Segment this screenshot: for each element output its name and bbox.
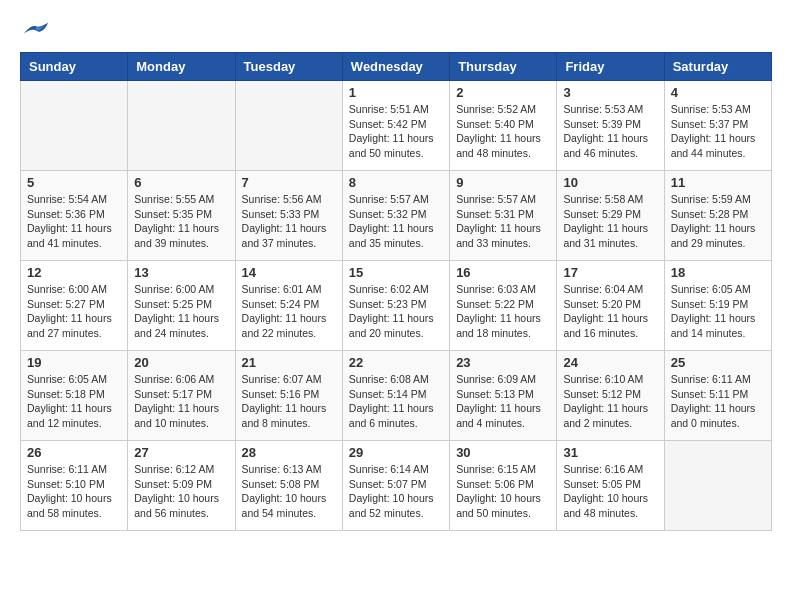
- calendar-cell: 5Sunrise: 5:54 AM Sunset: 5:36 PM Daylig…: [21, 171, 128, 261]
- day-number: 28: [242, 445, 336, 460]
- day-number: 19: [27, 355, 121, 370]
- day-number: 30: [456, 445, 550, 460]
- calendar-cell: 18Sunrise: 6:05 AM Sunset: 5:19 PM Dayli…: [664, 261, 771, 351]
- calendar-body: 1Sunrise: 5:51 AM Sunset: 5:42 PM Daylig…: [21, 81, 772, 531]
- day-info: Sunrise: 5:59 AM Sunset: 5:28 PM Dayligh…: [671, 192, 765, 251]
- day-info: Sunrise: 5:57 AM Sunset: 5:31 PM Dayligh…: [456, 192, 550, 251]
- calendar-cell: 29Sunrise: 6:14 AM Sunset: 5:07 PM Dayli…: [342, 441, 449, 531]
- day-number: 9: [456, 175, 550, 190]
- calendar-week-1: 1Sunrise: 5:51 AM Sunset: 5:42 PM Daylig…: [21, 81, 772, 171]
- day-info: Sunrise: 6:03 AM Sunset: 5:22 PM Dayligh…: [456, 282, 550, 341]
- day-info: Sunrise: 5:55 AM Sunset: 5:35 PM Dayligh…: [134, 192, 228, 251]
- calendar-cell: 31Sunrise: 6:16 AM Sunset: 5:05 PM Dayli…: [557, 441, 664, 531]
- weekday-saturday: Saturday: [664, 53, 771, 81]
- calendar-cell: 8Sunrise: 5:57 AM Sunset: 5:32 PM Daylig…: [342, 171, 449, 261]
- calendar-cell: [235, 81, 342, 171]
- day-number: 25: [671, 355, 765, 370]
- calendar-cell: 10Sunrise: 5:58 AM Sunset: 5:29 PM Dayli…: [557, 171, 664, 261]
- calendar-cell: 1Sunrise: 5:51 AM Sunset: 5:42 PM Daylig…: [342, 81, 449, 171]
- day-number: 29: [349, 445, 443, 460]
- calendar-cell: [128, 81, 235, 171]
- day-info: Sunrise: 6:11 AM Sunset: 5:11 PM Dayligh…: [671, 372, 765, 431]
- day-info: Sunrise: 6:11 AM Sunset: 5:10 PM Dayligh…: [27, 462, 121, 521]
- day-info: Sunrise: 6:14 AM Sunset: 5:07 PM Dayligh…: [349, 462, 443, 521]
- day-number: 5: [27, 175, 121, 190]
- calendar-cell: 19Sunrise: 6:05 AM Sunset: 5:18 PM Dayli…: [21, 351, 128, 441]
- day-info: Sunrise: 5:54 AM Sunset: 5:36 PM Dayligh…: [27, 192, 121, 251]
- calendar-week-2: 5Sunrise: 5:54 AM Sunset: 5:36 PM Daylig…: [21, 171, 772, 261]
- day-number: 15: [349, 265, 443, 280]
- calendar-week-4: 19Sunrise: 6:05 AM Sunset: 5:18 PM Dayli…: [21, 351, 772, 441]
- calendar-cell: 20Sunrise: 6:06 AM Sunset: 5:17 PM Dayli…: [128, 351, 235, 441]
- day-number: 18: [671, 265, 765, 280]
- day-number: 17: [563, 265, 657, 280]
- calendar-cell: 3Sunrise: 5:53 AM Sunset: 5:39 PM Daylig…: [557, 81, 664, 171]
- day-number: 31: [563, 445, 657, 460]
- day-info: Sunrise: 6:09 AM Sunset: 5:13 PM Dayligh…: [456, 372, 550, 431]
- page-header: [20, 20, 772, 42]
- day-info: Sunrise: 6:05 AM Sunset: 5:18 PM Dayligh…: [27, 372, 121, 431]
- day-number: 12: [27, 265, 121, 280]
- day-info: Sunrise: 6:04 AM Sunset: 5:20 PM Dayligh…: [563, 282, 657, 341]
- day-info: Sunrise: 5:56 AM Sunset: 5:33 PM Dayligh…: [242, 192, 336, 251]
- day-info: Sunrise: 6:07 AM Sunset: 5:16 PM Dayligh…: [242, 372, 336, 431]
- weekday-monday: Monday: [128, 53, 235, 81]
- calendar-cell: 26Sunrise: 6:11 AM Sunset: 5:10 PM Dayli…: [21, 441, 128, 531]
- day-info: Sunrise: 6:08 AM Sunset: 5:14 PM Dayligh…: [349, 372, 443, 431]
- day-number: 21: [242, 355, 336, 370]
- logo-bird-icon: [22, 20, 50, 42]
- day-number: 1: [349, 85, 443, 100]
- weekday-thursday: Thursday: [450, 53, 557, 81]
- day-number: 24: [563, 355, 657, 370]
- day-info: Sunrise: 5:53 AM Sunset: 5:39 PM Dayligh…: [563, 102, 657, 161]
- calendar-cell: [664, 441, 771, 531]
- calendar-cell: 30Sunrise: 6:15 AM Sunset: 5:06 PM Dayli…: [450, 441, 557, 531]
- calendar-cell: 2Sunrise: 5:52 AM Sunset: 5:40 PM Daylig…: [450, 81, 557, 171]
- calendar-cell: 12Sunrise: 6:00 AM Sunset: 5:27 PM Dayli…: [21, 261, 128, 351]
- weekday-tuesday: Tuesday: [235, 53, 342, 81]
- weekday-sunday: Sunday: [21, 53, 128, 81]
- calendar-cell: 9Sunrise: 5:57 AM Sunset: 5:31 PM Daylig…: [450, 171, 557, 261]
- calendar-cell: 25Sunrise: 6:11 AM Sunset: 5:11 PM Dayli…: [664, 351, 771, 441]
- day-info: Sunrise: 6:13 AM Sunset: 5:08 PM Dayligh…: [242, 462, 336, 521]
- day-number: 22: [349, 355, 443, 370]
- calendar-cell: 28Sunrise: 6:13 AM Sunset: 5:08 PM Dayli…: [235, 441, 342, 531]
- day-number: 20: [134, 355, 228, 370]
- calendar-cell: 6Sunrise: 5:55 AM Sunset: 5:35 PM Daylig…: [128, 171, 235, 261]
- calendar-cell: 7Sunrise: 5:56 AM Sunset: 5:33 PM Daylig…: [235, 171, 342, 261]
- day-info: Sunrise: 6:00 AM Sunset: 5:27 PM Dayligh…: [27, 282, 121, 341]
- day-number: 4: [671, 85, 765, 100]
- calendar-cell: [21, 81, 128, 171]
- weekday-friday: Friday: [557, 53, 664, 81]
- calendar-week-5: 26Sunrise: 6:11 AM Sunset: 5:10 PM Dayli…: [21, 441, 772, 531]
- weekday-wednesday: Wednesday: [342, 53, 449, 81]
- day-info: Sunrise: 6:10 AM Sunset: 5:12 PM Dayligh…: [563, 372, 657, 431]
- day-number: 13: [134, 265, 228, 280]
- day-number: 10: [563, 175, 657, 190]
- calendar-cell: 23Sunrise: 6:09 AM Sunset: 5:13 PM Dayli…: [450, 351, 557, 441]
- day-info: Sunrise: 5:53 AM Sunset: 5:37 PM Dayligh…: [671, 102, 765, 161]
- day-number: 8: [349, 175, 443, 190]
- day-number: 11: [671, 175, 765, 190]
- day-info: Sunrise: 5:52 AM Sunset: 5:40 PM Dayligh…: [456, 102, 550, 161]
- day-info: Sunrise: 6:01 AM Sunset: 5:24 PM Dayligh…: [242, 282, 336, 341]
- day-info: Sunrise: 5:51 AM Sunset: 5:42 PM Dayligh…: [349, 102, 443, 161]
- calendar-cell: 16Sunrise: 6:03 AM Sunset: 5:22 PM Dayli…: [450, 261, 557, 351]
- day-number: 6: [134, 175, 228, 190]
- calendar-cell: 22Sunrise: 6:08 AM Sunset: 5:14 PM Dayli…: [342, 351, 449, 441]
- day-number: 3: [563, 85, 657, 100]
- calendar-cell: 17Sunrise: 6:04 AM Sunset: 5:20 PM Dayli…: [557, 261, 664, 351]
- day-number: 14: [242, 265, 336, 280]
- calendar-cell: 15Sunrise: 6:02 AM Sunset: 5:23 PM Dayli…: [342, 261, 449, 351]
- calendar-table: SundayMondayTuesdayWednesdayThursdayFrid…: [20, 52, 772, 531]
- day-info: Sunrise: 6:02 AM Sunset: 5:23 PM Dayligh…: [349, 282, 443, 341]
- day-number: 26: [27, 445, 121, 460]
- day-info: Sunrise: 6:06 AM Sunset: 5:17 PM Dayligh…: [134, 372, 228, 431]
- day-number: 27: [134, 445, 228, 460]
- day-info: Sunrise: 5:57 AM Sunset: 5:32 PM Dayligh…: [349, 192, 443, 251]
- day-info: Sunrise: 6:00 AM Sunset: 5:25 PM Dayligh…: [134, 282, 228, 341]
- day-number: 7: [242, 175, 336, 190]
- calendar-cell: 24Sunrise: 6:10 AM Sunset: 5:12 PM Dayli…: [557, 351, 664, 441]
- calendar-cell: 11Sunrise: 5:59 AM Sunset: 5:28 PM Dayli…: [664, 171, 771, 261]
- day-number: 23: [456, 355, 550, 370]
